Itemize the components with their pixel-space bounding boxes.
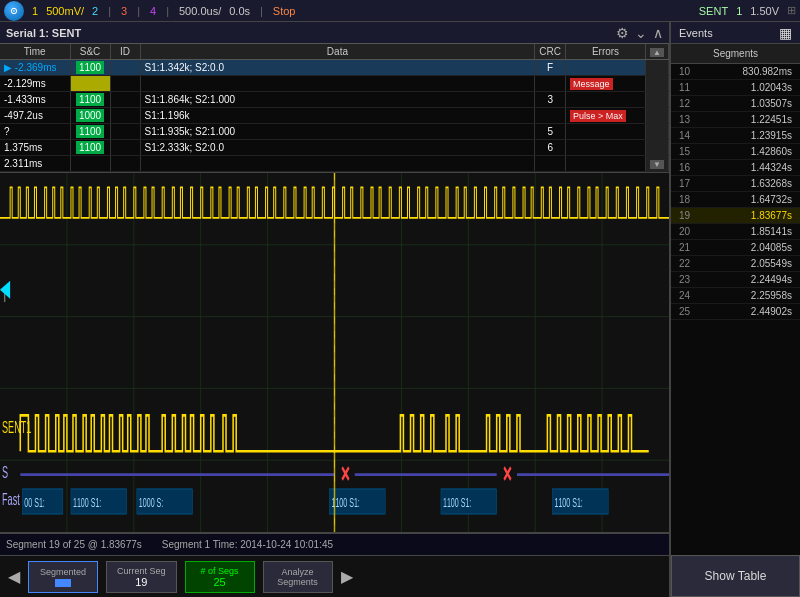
cell-id xyxy=(110,76,140,92)
controls-bar: ◀ Segmented Current Seg 19 # of Segs 25 … xyxy=(0,555,669,597)
segment-item[interactable]: 10 830.982ms xyxy=(671,64,800,80)
segment-time: Segment 1 Time: 2014-10-24 10:01:45 xyxy=(162,539,333,550)
cell-data: S1:1.864k; S2:1.000 xyxy=(140,92,535,108)
col-header-errors: Errors xyxy=(566,44,646,60)
seg-num: 20 xyxy=(679,226,699,237)
segment-item[interactable]: 17 1.63268s xyxy=(671,176,800,192)
left-panel: Serial 1: SENT ⚙ ⌄ ∧ Time S&C ID Data CR… xyxy=(0,22,670,597)
seg-num: 17 xyxy=(679,178,699,189)
segment-info: Segment 19 of 25 @ 1.83677s xyxy=(6,539,142,550)
table-icon[interactable]: ▦ xyxy=(779,25,792,41)
table-row[interactable]: -497.2us 1000 S1:1.196k Pulse > Max xyxy=(0,108,669,124)
seg-time: 2.24494s xyxy=(751,274,792,285)
sent-num: 1 xyxy=(736,5,742,17)
cell-crc xyxy=(535,108,566,124)
ch2-label: 2 xyxy=(92,5,98,17)
seg-time: 1.42860s xyxy=(751,146,792,157)
table-row[interactable]: ? 1100 S1:1.935k; S2:1.000 5 xyxy=(0,124,669,140)
cell-data: S1:1.935k; S2:1.000 xyxy=(140,124,535,140)
segmented-button[interactable]: Segmented xyxy=(28,561,98,593)
cell-time: 1.375ms xyxy=(0,140,70,156)
cell-data: S1:1.196k xyxy=(140,108,535,124)
decode-table: Time S&C ID Data CRC Errors ▲ ▶ -2.36 xyxy=(0,44,669,173)
segment-item[interactable]: 19 1.83677s xyxy=(671,208,800,224)
grid-icon: ⊞ xyxy=(787,4,796,17)
segmented-label: Segmented xyxy=(40,567,86,577)
cell-errors xyxy=(566,156,646,172)
segment-item[interactable]: 22 2.05549s xyxy=(671,256,800,272)
sac-badge: 1100 xyxy=(76,61,104,74)
num-segs-button[interactable]: # of Segs 25 xyxy=(185,561,255,593)
svg-text:1100 S1:: 1100 S1: xyxy=(73,496,101,510)
table-row[interactable]: ▶ -2.369ms 1100 S1:1.342k; S2:0.0 F xyxy=(0,60,669,76)
cell-time: -497.2us xyxy=(0,108,70,124)
events-header: Events ▦ xyxy=(671,22,800,44)
segment-item[interactable]: 15 1.42860s xyxy=(671,144,800,160)
cell-data: S1:1.342k; S2:0.0 xyxy=(140,60,535,76)
segment-item[interactable]: 21 2.04085s xyxy=(671,240,800,256)
seg-time: 1.64732s xyxy=(751,194,792,205)
table-row[interactable]: -1.433ms 1100 S1:1.864k; S2:1.000 3 xyxy=(0,92,669,108)
cell-errors: Pulse > Max xyxy=(566,108,646,124)
svg-text:✕: ✕ xyxy=(502,462,512,487)
table-row[interactable]: -2.129ms Message xyxy=(0,76,669,92)
right-panel: Events ▦ Segments 10 830.982ms 11 1.0204… xyxy=(670,22,800,597)
analyze-button[interactable]: Analyze Segments xyxy=(263,561,333,593)
seg-time: 1.03507s xyxy=(751,98,792,109)
cell-time: 2.311ms xyxy=(0,156,70,172)
seg-num: 22 xyxy=(679,258,699,269)
chevron-up-icon[interactable]: ∧ xyxy=(653,25,663,41)
scroll-up-btn[interactable]: ▲ xyxy=(650,48,664,57)
num-segs-value: 25 xyxy=(213,576,225,588)
seg-time: 1.02043s xyxy=(751,82,792,93)
seg-time: 2.05549s xyxy=(751,258,792,269)
segment-item[interactable]: 12 1.03507s xyxy=(671,96,800,112)
seg-time: 830.982ms xyxy=(743,66,792,77)
seg-num: 19 xyxy=(679,210,699,221)
show-table-label: Show Table xyxy=(705,569,767,583)
segment-item[interactable]: 23 2.24494s xyxy=(671,272,800,288)
segment-item[interactable]: 11 1.02043s xyxy=(671,80,800,96)
cell-id xyxy=(110,92,140,108)
chevron-down-icon[interactable]: ⌄ xyxy=(635,25,647,41)
segment-item[interactable]: 20 1.85141s xyxy=(671,224,800,240)
seg-num: 21 xyxy=(679,242,699,253)
segment-item[interactable]: 14 1.23915s xyxy=(671,128,800,144)
seg-time: 1.63268s xyxy=(751,178,792,189)
main-area: Serial 1: SENT ⚙ ⌄ ∧ Time S&C ID Data CR… xyxy=(0,22,800,597)
seg-time: 1.44324s xyxy=(751,162,792,173)
seg-time: 1.22451s xyxy=(751,114,792,125)
col-header-crc: CRC xyxy=(535,44,566,60)
gear-icon[interactable]: ⚙ xyxy=(616,25,629,41)
segment-item[interactable]: 18 1.64732s xyxy=(671,192,800,208)
cell-crc: F xyxy=(535,60,566,76)
num-segs-label: # of Segs xyxy=(201,566,239,576)
cell-id xyxy=(110,60,140,76)
scroll-down-btn[interactable]: ▼ xyxy=(650,160,664,169)
seg-time: 2.44902s xyxy=(751,306,792,317)
segment-item[interactable]: 25 2.44902s xyxy=(671,304,800,320)
nav-left-arrow[interactable]: ◀ xyxy=(8,567,20,586)
show-table-button[interactable]: Show Table xyxy=(671,555,800,597)
table-row[interactable]: 2.311ms ▼ xyxy=(0,156,669,172)
delay: 0.0s xyxy=(229,5,250,17)
current-seg-button[interactable]: Current Seg 19 xyxy=(106,561,177,593)
seg-num: 11 xyxy=(679,82,699,93)
seg-num: 23 xyxy=(679,274,699,285)
svg-text:1100 S1:: 1100 S1: xyxy=(554,496,582,510)
segment-item[interactable]: 13 1.22451s xyxy=(671,112,800,128)
segment-item[interactable]: 24 2.25958s xyxy=(671,288,800,304)
cell-data xyxy=(140,156,535,172)
ch1-label: 1 xyxy=(32,5,38,17)
sac-badge: 1100 xyxy=(76,93,104,106)
nav-right-arrow[interactable]: ▶ xyxy=(341,567,353,586)
svg-text:00 S1:: 00 S1: xyxy=(24,496,44,510)
table-row[interactable]: 1.375ms 1100 S1:2.333k; S2:0.0 6 xyxy=(0,140,669,156)
seg-time: 2.25958s xyxy=(751,290,792,301)
sent-label: SENT xyxy=(699,5,728,17)
segment-item[interactable]: 16 1.44324s xyxy=(671,160,800,176)
cell-id xyxy=(110,156,140,172)
current-seg-label: Current Seg xyxy=(117,566,166,576)
mode: Stop xyxy=(273,5,296,17)
svg-text:1100 S1:: 1100 S1: xyxy=(443,496,471,510)
